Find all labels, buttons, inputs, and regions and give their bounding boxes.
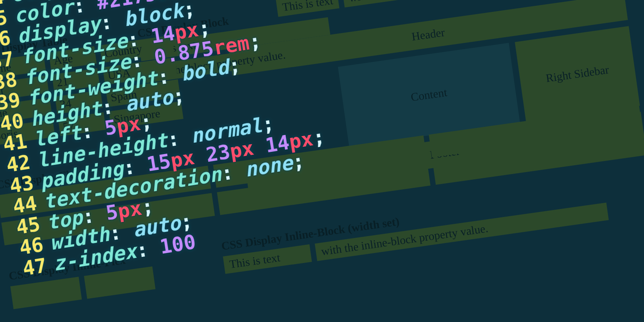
inline-flex-item bbox=[10, 277, 82, 309]
inline-flex-item bbox=[84, 266, 156, 299]
